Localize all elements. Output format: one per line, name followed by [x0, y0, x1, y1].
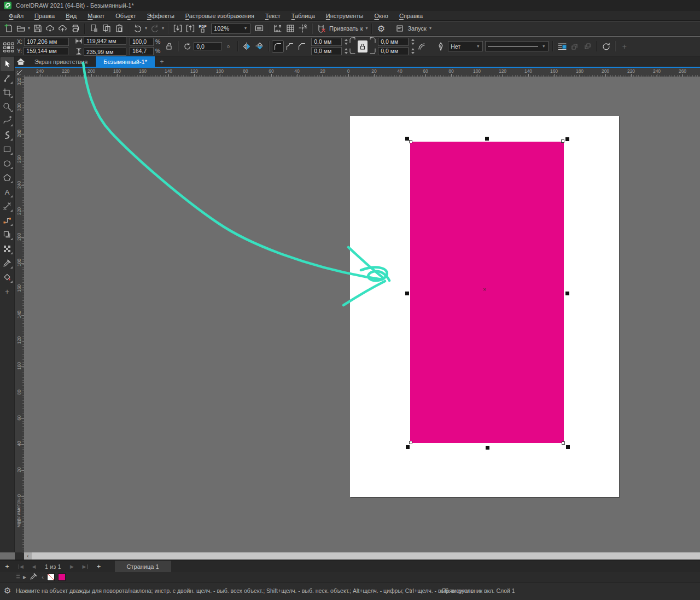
new-tab-button[interactable]: +: [155, 56, 168, 67]
to-back-button[interactable]: [581, 40, 593, 53]
menu-item-9[interactable]: Инструменты: [320, 13, 369, 19]
open-dropdown-caret[interactable]: ▾: [27, 26, 31, 31]
options-button[interactable]: ⚙: [375, 22, 387, 35]
pdf-button[interactable]: PDF: [196, 22, 209, 35]
corner-radius-tr-field[interactable]: 0,0 мм: [378, 38, 409, 46]
scroll-left-button[interactable]: ‹: [24, 552, 32, 560]
vertical-ruler[interactable]: миллиметры320300280260240220200180160140…: [15, 77, 24, 552]
outline-width-select[interactable]: Нет ▾: [448, 41, 483, 51]
corner-node-top-left[interactable]: [409, 140, 412, 143]
open-from-cloud-button[interactable]: [44, 22, 56, 35]
status-gear-icon[interactable]: ⚙: [4, 586, 11, 596]
tab-untitled-1[interactable]: Безымянный-1*: [96, 56, 155, 67]
menu-item-0[interactable]: Файл: [3, 13, 29, 19]
selected-rectangle[interactable]: [410, 142, 564, 443]
undo-dropdown-caret[interactable]: ▾: [144, 26, 148, 31]
selection-handle-bottom-left[interactable]: [406, 445, 410, 449]
corner-radius-tl-spinner[interactable]: [343, 39, 349, 45]
show-rulers-button[interactable]: [271, 22, 284, 35]
import-button[interactable]: [171, 22, 184, 35]
snap-to-caret[interactable]: ▾: [364, 26, 369, 31]
palette-eyedropper-icon[interactable]: [30, 572, 38, 582]
corner-radius-tr-spinner[interactable]: [410, 39, 416, 45]
relative-corner-scaling-button[interactable]: [416, 40, 428, 53]
menu-item-7[interactable]: Текст: [260, 13, 286, 19]
scrollbar-thumb[interactable]: [32, 552, 700, 560]
interactive-fill-tool[interactable]: [1, 270, 14, 284]
selection-handle-top-center[interactable]: [485, 137, 489, 141]
shape-tool[interactable]: [1, 71, 14, 85]
show-guidelines-button[interactable]: [296, 22, 309, 35]
y-position-field[interactable]: 159,144 мм: [24, 47, 68, 55]
new-document-button[interactable]: [2, 22, 14, 35]
chamfered-corner-button[interactable]: [296, 40, 308, 53]
customize-toolbox-button[interactable]: +: [1, 284, 14, 299]
rectangle-tool[interactable]: [1, 142, 14, 156]
show-grid-button[interactable]: [284, 22, 296, 35]
drawing-canvas[interactable]: ×: [24, 77, 700, 552]
menu-item-11[interactable]: Справка: [394, 13, 428, 19]
add-page-button[interactable]: +: [0, 561, 14, 572]
add-toolbar-item-button[interactable]: +: [618, 40, 631, 53]
object-height-field[interactable]: 235,99 мм: [84, 48, 126, 56]
selection-handle-bottom-right[interactable]: [566, 445, 570, 449]
corner-radius-tl-field[interactable]: 0,0 мм: [311, 38, 342, 46]
convert-to-curves-button[interactable]: [599, 40, 612, 53]
launch-caret[interactable]: ▾: [428, 26, 433, 31]
title-bar[interactable]: CorelDRAW 2021 (64-Bit) - Безымянный-1*: [0, 0, 700, 11]
edit-corners-together-button[interactable]: [358, 40, 368, 53]
redo-button[interactable]: [148, 22, 161, 35]
palette-scroll-left[interactable]: ‹: [42, 574, 44, 580]
crop-tool[interactable]: [1, 85, 14, 100]
corner-node-bottom-right[interactable]: [562, 441, 565, 445]
corner-node-top-right[interactable]: [561, 139, 564, 143]
launch-label[interactable]: Запуск: [406, 25, 428, 32]
ruler-origin-button[interactable]: [15, 68, 24, 77]
text-tool[interactable]: A: [1, 185, 14, 199]
mirror-vertical-button[interactable]: [253, 40, 266, 53]
rotation-angle-field[interactable]: 0,0: [194, 42, 222, 50]
object-width-field[interactable]: 119,942 мм: [84, 37, 126, 45]
selection-handle-top-right[interactable]: [565, 137, 569, 141]
next-page-button[interactable]: ▶: [66, 561, 79, 572]
round-corner-button[interactable]: [272, 40, 284, 53]
fullscreen-preview-button[interactable]: [253, 22, 265, 35]
last-page-button[interactable]: ▶: [79, 561, 92, 572]
menu-item-10[interactable]: Окно: [369, 13, 394, 19]
palette-grip[interactable]: [16, 574, 20, 580]
menu-item-5[interactable]: Эффекты: [142, 13, 180, 19]
ellipse-tool[interactable]: [1, 156, 14, 171]
eyedropper-tool[interactable]: [1, 256, 14, 270]
copy-button[interactable]: [100, 22, 113, 35]
save-to-cloud-button[interactable]: [56, 22, 69, 35]
menu-item-4[interactable]: Объект: [110, 13, 141, 19]
menu-item-2[interactable]: Вид: [60, 13, 82, 19]
menu-item-1[interactable]: Правка: [29, 13, 60, 19]
artistic-media-tool[interactable]: [1, 128, 14, 142]
selection-handle-middle-left[interactable]: [405, 292, 409, 295]
corner-radius-bl-field[interactable]: 0,0 мм: [311, 47, 342, 55]
to-front-button[interactable]: [568, 40, 581, 53]
no-color-swatch[interactable]: [47, 573, 55, 581]
corner-radius-bl-spinner[interactable]: [343, 48, 349, 54]
transparency-tool[interactable]: [1, 242, 14, 256]
redo-dropdown-caret[interactable]: ▾: [161, 26, 165, 31]
zoom-level-select[interactable]: 102% ▾: [211, 24, 250, 34]
cut-button[interactable]: [88, 22, 100, 35]
previous-page-button[interactable]: ◀: [27, 561, 40, 572]
connector-tool[interactable]: [1, 213, 14, 228]
pick-tool[interactable]: [1, 57, 14, 71]
selection-handle-middle-right[interactable]: [565, 292, 569, 295]
palette-flyout-arrow[interactable]: ▶: [23, 575, 26, 580]
first-page-button[interactable]: ◀: [14, 561, 27, 572]
selection-center-marker[interactable]: ×: [483, 286, 486, 293]
corner-radius-br-field[interactable]: 0,0 мм: [378, 47, 409, 55]
menu-item-6[interactable]: Растровые изображения: [180, 13, 260, 19]
wrap-text-button[interactable]: [556, 40, 568, 53]
undo-button[interactable]: [131, 22, 144, 35]
menu-item-3[interactable]: Макет: [82, 13, 110, 19]
magenta-swatch[interactable]: [58, 573, 66, 581]
dimension-tool[interactable]: [1, 199, 14, 213]
snap-to-label[interactable]: Привязать к: [328, 25, 364, 32]
tab-welcome-screen[interactable]: Экран приветствия: [27, 56, 96, 67]
